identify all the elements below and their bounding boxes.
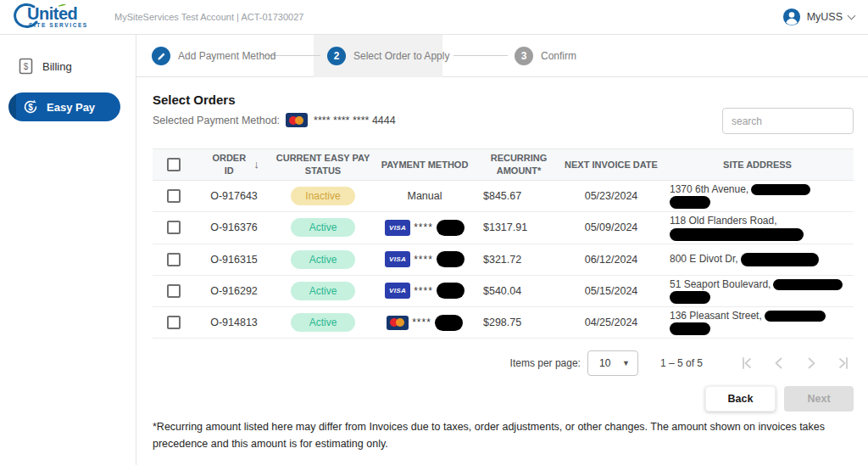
status-badge: Active (291, 282, 355, 300)
step-1-circle (152, 47, 170, 65)
visa-icon: VISA (385, 220, 410, 236)
sidebar-item-easy-pay-active[interactable]: $ Easy Pay (8, 92, 120, 121)
site-address-cell: 51 Seaport Boulevard, (661, 275, 854, 306)
site-address-cell: 118 Old Flanders Road, (661, 212, 854, 244)
payment-method-cell: Manual (408, 190, 442, 202)
united-logo[interactable]: United SITE SERVICES (10, 2, 103, 34)
redaction-bar (437, 283, 465, 299)
amount-cell: $321.72 (476, 244, 561, 275)
payment-method-cell: VISA **** (373, 251, 476, 267)
sidebar-easy-pay-label: Easy Pay (47, 101, 95, 114)
items-per-page-value: 10 (599, 357, 610, 369)
row-checkbox[interactable] (167, 316, 181, 329)
chevron-down-icon (848, 12, 856, 20)
payment-method-cell: VISA **** (373, 283, 476, 299)
user-avatar-icon (782, 8, 801, 26)
step-2-circle: 2 (327, 47, 346, 65)
brand-subtitle: SITE SERVICES (29, 22, 88, 28)
svg-text:$: $ (24, 62, 29, 71)
row-checkbox[interactable] (167, 189, 181, 203)
app-window: United SITE SERVICES MySiteServices Test… (0, 0, 868, 465)
col-next-invoice-date: NEXT INVOICE DATE (561, 149, 661, 181)
table-row: O-916376 Active VISA **** $1317.91 05/09… (153, 212, 854, 244)
easy-pay-recurring-icon: $ (22, 98, 39, 115)
redaction-bar (670, 196, 710, 209)
recurring-amount-footnote: *Recurring amount listed here may differ… (153, 418, 836, 452)
first-page-button[interactable] (737, 353, 757, 373)
order-id-cell: O-916376 (195, 212, 273, 244)
redaction-bar (435, 315, 463, 331)
col-payment-method: PAYMENT METHOD (373, 149, 476, 181)
status-badge: Active (291, 313, 355, 332)
next-page-button[interactable] (801, 353, 821, 373)
order-id-cell: O-916292 (195, 275, 273, 306)
status-badge: Inactive (291, 187, 355, 205)
site-address-cell: 800 E Divot Dr, (661, 244, 854, 275)
amount-cell: $845.67 (476, 181, 561, 212)
visa-icon: VISA (385, 251, 410, 267)
selected-payment-method-label: Selected Payment Method: (153, 115, 280, 126)
select-caret-icon: ▼ (622, 359, 630, 367)
user-menu[interactable]: MyUSS (782, 8, 854, 26)
redaction-bar (670, 322, 710, 335)
mastercard-icon (286, 113, 308, 127)
select-all-checkbox[interactable] (167, 158, 181, 171)
orders-table: ORDER ID ↓ CURRENT EASY PAY STATUS PAYME… (153, 148, 854, 339)
pagination-bar: Items per page: 10 ▼ 1 – 5 of 5 (510, 346, 854, 380)
mastercard-icon (387, 316, 409, 330)
amount-cell: $1317.91 (476, 212, 561, 244)
items-per-page-select[interactable]: 10 ▼ (587, 350, 638, 376)
sidebar-billing-label: Billing (42, 60, 72, 73)
sort-desc-icon[interactable]: ↓ (253, 157, 259, 172)
redaction-bar (741, 253, 819, 266)
invoice-date-cell: 06/12/2024 (561, 244, 661, 275)
step-3-circle: 3 (515, 47, 533, 65)
table-row: O-916292 Active VISA **** $540.04 05/15/… (153, 275, 854, 306)
step-2-label: Select Order to Apply (353, 50, 449, 62)
table-header-row: ORDER ID ↓ CURRENT EASY PAY STATUS PAYME… (153, 149, 854, 181)
next-button[interactable]: Next (784, 386, 854, 412)
last-page-button[interactable] (833, 353, 854, 373)
billing-invoice-icon: $ (19, 58, 33, 75)
brand-name: United (27, 4, 77, 24)
col-order-id: ORDER ID (209, 152, 249, 177)
site-address-cell: 136 Pleasant Street, (661, 306, 854, 338)
status-badge: Active (291, 250, 355, 269)
table-row: O-916315 Active VISA **** $321.72 06/12/… (153, 244, 854, 275)
row-checkbox[interactable] (167, 221, 181, 234)
payment-method-cell: VISA **** (373, 220, 476, 236)
sidebar: $ Billing $ Easy Pay (0, 35, 136, 465)
page-title: Select Orders (153, 92, 236, 107)
redaction-bar (751, 184, 810, 195)
table-row: O-914813 Active **** $298.75 04/25/2024 … (153, 306, 854, 338)
account-label: MySiteServices Test Account | ACT-017300… (114, 12, 303, 22)
step-select-order[interactable]: 2 Select Order to Apply (327, 47, 449, 65)
step-connector (453, 55, 508, 56)
main-content: Add Payment Method 2 Select Order to App… (136, 35, 868, 465)
back-button[interactable]: Back (705, 386, 776, 412)
row-checkbox[interactable] (167, 284, 181, 298)
payment-method-cell: **** (373, 315, 476, 331)
search-input[interactable] (722, 108, 854, 134)
step-add-payment-method[interactable]: Add Payment Method (152, 47, 275, 65)
svg-text:$: $ (28, 103, 33, 112)
selected-payment-method: Selected Payment Method: **** **** **** … (153, 113, 396, 127)
order-id-cell: O-917643 (195, 181, 273, 212)
invoice-date-cell: 05/23/2024 (561, 181, 661, 212)
row-checkbox[interactable] (167, 253, 181, 266)
order-id-cell: O-914813 (195, 306, 273, 338)
items-per-page-label: Items per page: (510, 357, 581, 369)
redaction-bar (670, 228, 804, 241)
sidebar-item-billing[interactable]: $ Billing (0, 53, 136, 79)
step-confirm[interactable]: 3 Confirm (515, 47, 576, 65)
invoice-date-cell: 04/25/2024 (561, 306, 661, 338)
order-id-cell: O-916315 (195, 244, 273, 275)
col-site-address: SITE ADDRESS (661, 149, 854, 181)
user-menu-label: MyUSS (807, 11, 843, 23)
status-badge: Active (291, 218, 355, 237)
invoice-date-cell: 05/15/2024 (561, 275, 661, 306)
previous-page-button[interactable] (769, 353, 789, 373)
stepper: Add Payment Method 2 Select Order to App… (136, 35, 868, 77)
selected-payment-method-value: **** **** **** 4444 (314, 115, 396, 126)
table-row: O-917643 Inactive Manual $845.67 05/23/2… (153, 181, 854, 212)
